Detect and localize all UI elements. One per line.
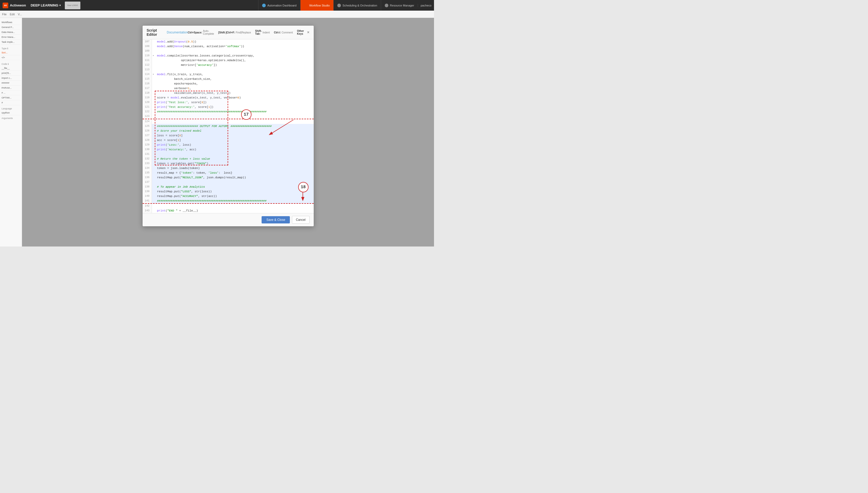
code-line-117: 117 verbose=1, (143, 86, 314, 91)
code-line-111: 111 optimizer=keras.optimizers.Adadelta(… (143, 58, 314, 63)
shortcuts-bar: Ctrl+Space: Auto-Complete [Shift-]Ctrl+F… (188, 29, 304, 35)
panel-code-file: __file__ (1, 66, 21, 71)
scheduling-icon (337, 4, 341, 7)
modal-overlay: Script Editor Documentation Ctrl+Space: … (22, 18, 434, 246)
modal-header: Script Editor Documentation Ctrl+Space: … (143, 26, 314, 39)
code-line-131: 131 (143, 152, 314, 156)
shortcut-indent: Shift-Tab: Indent (255, 29, 270, 35)
code-line-137: 137 (143, 180, 314, 185)
panel-data[interactable]: Data Mana... (1, 30, 21, 35)
annotation-17: 17 (241, 109, 252, 120)
resource-icon (385, 4, 388, 7)
save-close-button[interactable]: Save & Close (261, 216, 290, 223)
code-line-116: 116 epochs=epochs, (143, 81, 314, 86)
code-editor[interactable]: 107 model.add(Dropout(0.5)) 108 model.ad… (143, 39, 314, 213)
menu-view[interactable]: V... (18, 13, 22, 16)
left-panel: Workflows General P... Data Mana... Erro… (0, 18, 22, 246)
code-line-113: 113 (143, 67, 314, 72)
panel-task[interactable]: Task Imple... (1, 40, 21, 45)
panel-code-hash3: # (1, 100, 21, 105)
code-line-135: 135 result_map = {'token': token, 'loss'… (143, 171, 314, 175)
code-line-121: 121 print('Test accuracy:', score[1]) (143, 105, 314, 109)
menu-edit[interactable]: Edit (10, 13, 15, 16)
top-navigation: ee Activeeon DEEP LEARNING ▾ Your LOGO A… (0, 0, 434, 10)
code-line-130: 130 print('Accuracy:', acc) (143, 147, 314, 152)
panel-code-hash: ###### (1, 81, 21, 86)
menu-file[interactable]: File (2, 13, 7, 16)
annotation-18: 18 (298, 182, 309, 192)
code-line-132: 132 # Return the token + loss value (143, 156, 314, 161)
main-layout: Workflows General P... Data Mana... Erro… (0, 18, 434, 246)
panel-code-print: print('B... (1, 71, 21, 76)
panel-code-hash2: # ... (1, 90, 21, 95)
code-line-107: 107 model.add(Dropout(0.5)) (143, 39, 314, 44)
code-line-136: 136 resultMap.put("RESULT_JSON", json.du… (143, 175, 314, 180)
your-logo: Your LOGO (65, 2, 80, 9)
code-line-127: 127 loss = score[0] (143, 133, 314, 138)
code-line-112: 112 metrics=['accuracy']) (143, 63, 314, 67)
code-line-138: 138 # To appear in Job Analytics (143, 185, 314, 189)
shortcut-find: [Shift-]Ctrl+F: Find|Replace (218, 31, 251, 34)
script-editor-modal: Script Editor Documentation Ctrl+Space: … (143, 26, 314, 226)
code-line-109: 109 (143, 49, 314, 53)
workflow-icon (304, 4, 308, 7)
code-line-134: 134 token = json.loads(token) (143, 166, 314, 171)
code-line-118: 118 validation_data=(x_test, y_test)) (143, 91, 314, 95)
code-line-114: 114 ▾ model.fit(x_train, y_train, (143, 72, 314, 77)
modal-footer: Save & Close Cancel (143, 213, 314, 226)
panel-code-import: import c... (1, 76, 21, 81)
code-line-143: 143 print("END " + __file__) (143, 208, 314, 213)
panel-code-param: PARAM... (1, 86, 21, 90)
content-area: Script Editor Documentation Ctrl+Space: … (22, 18, 434, 246)
code-line-122: 122 ####################################… (143, 109, 314, 114)
panel-error[interactable]: Error Mana... (1, 35, 21, 40)
panel-code-optim: OPTIMI... (1, 95, 21, 100)
panel-language[interactable]: cpython (1, 110, 21, 115)
logo-area: ee Activeeon (0, 3, 28, 8)
panel-workflows[interactable]: Workflows (1, 20, 21, 25)
code-line-126: 126 # Score your trained model (143, 129, 314, 133)
code-line-139: 139 resultMap.put("LOSS", str(loss)) (143, 189, 314, 194)
code-line-120: 120 print('Test loss:', score[0]) (143, 100, 314, 105)
code-line-129: 129 print('Loss:', loss) (143, 143, 314, 147)
close-button[interactable]: × (307, 30, 309, 35)
nav-tabs: Automation Dashboard Workflow Studio Sch… (258, 0, 418, 10)
code-line-133: 133 token = variables.get("TOKEN") (143, 161, 314, 166)
activeeon-icon: ee (3, 3, 8, 8)
panel-general[interactable]: General P... (1, 25, 21, 30)
user-menu[interactable]: pacheco (418, 4, 434, 7)
shortcut-other[interactable]: Other Keys (297, 29, 304, 35)
app-name: DEEP LEARNING ▾ (28, 3, 63, 7)
code-line-119: 119 score = model.evaluate(x_test, y_tes… (143, 95, 314, 100)
code-line-124: 124 (143, 119, 314, 124)
code-line-125: 125 ######################## OUTPUT FOR … (143, 124, 314, 129)
brand-name: Activeeon (10, 3, 26, 7)
modal-title: Script Editor (147, 28, 162, 37)
code-line-141: 141 ####################################… (143, 198, 314, 204)
code-line-123: 123 (143, 114, 314, 119)
tab-automation[interactable]: Automation Dashboard (258, 0, 300, 10)
code-line-140: 140 resultMap.put("ACCURACY", str(acc)) (143, 194, 314, 198)
code-line-108: 108 model.add(Dense(num_classes, activat… (143, 44, 314, 49)
panel-script[interactable]: Scri... (1, 50, 21, 55)
shortcut-comment: Ctrl-/: Comment (274, 31, 293, 34)
shortcut-autocomplete: Ctrl+Space: Auto-Complete (188, 29, 214, 35)
code-line-128: 128 acc = score[1] (143, 138, 314, 143)
tab-scheduling[interactable]: Scheduling & Orchestration (333, 0, 381, 10)
tab-resource[interactable]: Resource Manager (381, 0, 418, 10)
tab-workflow[interactable]: Workflow Studio (300, 0, 333, 10)
cancel-button[interactable]: Cancel (292, 216, 309, 224)
panel-html: </> (1, 55, 21, 60)
code-line-142: 142 (143, 204, 314, 208)
documentation-link[interactable]: Documentation (167, 30, 188, 34)
code-line-110: 110 ▾ model.compile(loss=keras.losses.ca… (143, 53, 314, 58)
menu-bar: File Edit V... (0, 10, 434, 18)
automation-icon (262, 4, 266, 7)
code-line-115: 115 batch_size=batch_size, (143, 77, 314, 81)
